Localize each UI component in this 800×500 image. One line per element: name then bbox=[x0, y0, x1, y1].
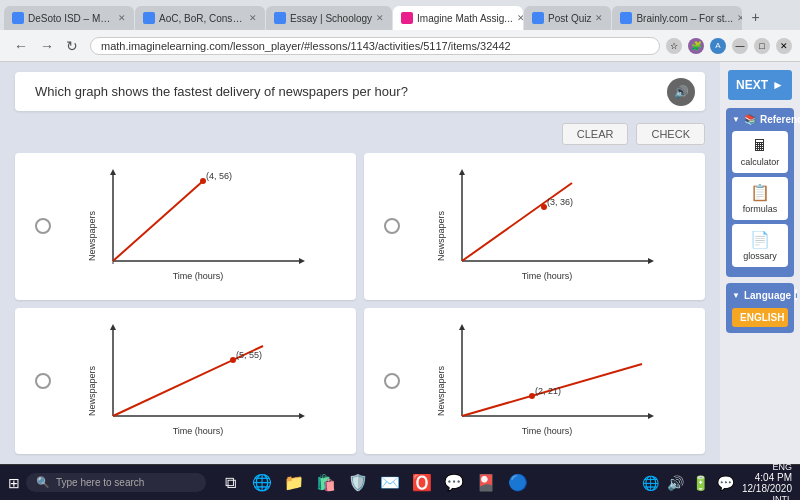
extension-icon[interactable]: 🧩 bbox=[688, 38, 704, 54]
search-placeholder-text: Type here to search bbox=[56, 477, 144, 488]
close-button[interactable]: ✕ bbox=[776, 38, 792, 54]
tab-favicon bbox=[12, 12, 24, 24]
profile-icon[interactable]: A bbox=[710, 38, 726, 54]
network-icon[interactable]: 🌐 bbox=[642, 475, 659, 491]
radio-c[interactable] bbox=[35, 373, 51, 389]
glossary-button[interactable]: 📄 glossary bbox=[732, 224, 788, 267]
tab-close[interactable]: ✕ bbox=[376, 13, 384, 23]
x-axis-label-b: Time (hours) bbox=[521, 271, 572, 281]
graph-grid: Newspapers (4, 56) Time (hours) bbox=[15, 153, 705, 454]
tab-imagine[interactable]: Imagine Math Assig... ✕ bbox=[393, 6, 523, 30]
start-button[interactable]: ⊞ bbox=[8, 475, 20, 491]
radio-b[interactable] bbox=[384, 218, 400, 234]
graph-svg-a: Newspapers (4, 56) Time (hours) bbox=[83, 161, 323, 291]
new-tab-button[interactable]: + bbox=[743, 5, 767, 29]
radio-a[interactable] bbox=[35, 218, 51, 234]
graph-option-b[interactable]: Newspapers (3, 36) Time (hours) bbox=[364, 153, 705, 300]
mail-icon[interactable]: ✉️ bbox=[376, 469, 404, 497]
reload-button[interactable]: ↻ bbox=[60, 36, 84, 56]
question-box: Which graph shows the fastest delivery o… bbox=[15, 72, 705, 111]
graph-svg-b: Newspapers (3, 36) Time (hours) bbox=[432, 161, 672, 291]
tab-aoc[interactable]: AoC, BoR, Constitutio... ✕ bbox=[135, 6, 265, 30]
tab-label: Essay | Schoology bbox=[290, 13, 372, 24]
date-display: 12/18/2020 bbox=[742, 483, 792, 494]
graph-option-a[interactable]: Newspapers (4, 56) Time (hours) bbox=[15, 153, 356, 300]
tab-postquiz[interactable]: Post Quiz ✕ bbox=[524, 6, 611, 30]
graph-option-c[interactable]: Newspapers (5, 55) Time (hours) bbox=[15, 308, 356, 455]
tab-close[interactable]: ✕ bbox=[737, 13, 742, 23]
address-bar[interactable]: math.imaginelearning.com/lesson_player/#… bbox=[90, 37, 660, 55]
bookmark-icon[interactable]: ☆ bbox=[666, 38, 682, 54]
graph-svg-d: Newspapers (2, 21) Time (hours) bbox=[432, 316, 672, 446]
y-axis-label-b: Newspapers bbox=[436, 211, 446, 262]
notification-icon[interactable]: 💬 bbox=[717, 475, 734, 491]
svg-marker-2 bbox=[110, 169, 116, 175]
radio-d[interactable] bbox=[384, 373, 400, 389]
security-icon[interactable]: 🛡️ bbox=[344, 469, 372, 497]
tab-close[interactable]: ✕ bbox=[249, 13, 257, 23]
office-icon[interactable]: 🅾️ bbox=[408, 469, 436, 497]
tab-desoto[interactable]: DeSoto ISD – My As... ✕ bbox=[4, 6, 134, 30]
tab-favicon bbox=[620, 12, 632, 24]
reference-header: ▼ 📚 Reference bbox=[732, 114, 788, 125]
store-icon[interactable]: 🛍️ bbox=[312, 469, 340, 497]
language-label: Language bbox=[744, 290, 791, 301]
edge-icon[interactable]: 🌐 bbox=[248, 469, 276, 497]
speaker-icon: 🔊 bbox=[674, 85, 689, 99]
triangle-icon: ▼ bbox=[732, 115, 740, 124]
graph-option-d[interactable]: Newspapers (2, 21) Time (hours) bbox=[364, 308, 705, 455]
maximize-button[interactable]: □ bbox=[754, 38, 770, 54]
calculator-icon: 🖩 bbox=[752, 137, 768, 155]
clear-button[interactable]: CLEAR bbox=[562, 123, 629, 145]
tab-brainly[interactable]: Brainly.com – For st... ✕ bbox=[612, 6, 742, 30]
svg-line-11 bbox=[462, 183, 572, 261]
taskbar-apps: ⧉ 🌐 📁 🛍️ 🛡️ ✉️ 🅾️ 💬 🎴 🔵 bbox=[216, 469, 532, 497]
forward-button[interactable]: → bbox=[34, 36, 60, 56]
graph-svg-c: Newspapers (5, 55) Time (hours) bbox=[83, 316, 323, 446]
search-icon: 🔍 bbox=[36, 476, 50, 489]
clock-block[interactable]: ENG 4:04 PM 12/18/2020 INTL bbox=[742, 462, 792, 501]
svg-marker-15 bbox=[110, 324, 116, 330]
battery-icon[interactable]: 🔋 bbox=[692, 475, 709, 491]
sound-button[interactable]: 🔊 bbox=[667, 78, 695, 106]
tab-label: Post Quiz bbox=[548, 13, 591, 24]
browser-icon-2[interactable]: 🔵 bbox=[504, 469, 532, 497]
x-axis-label-a: Time (hours) bbox=[172, 271, 223, 281]
svg-marker-22 bbox=[648, 413, 654, 419]
formulas-button[interactable]: 📋 formulas bbox=[732, 177, 788, 220]
taskview-button[interactable]: ⧉ bbox=[216, 469, 244, 497]
next-arrow-icon: ► bbox=[772, 78, 784, 92]
y-axis-label-d: Newspapers bbox=[436, 365, 446, 416]
next-button[interactable]: NEXT ► bbox=[728, 70, 792, 100]
tab-close[interactable]: ✕ bbox=[517, 13, 523, 23]
file-explorer-icon[interactable]: 📁 bbox=[280, 469, 308, 497]
volume-icon[interactable]: 🔊 bbox=[667, 475, 684, 491]
tab-label: AoC, BoR, Constitutio... bbox=[159, 13, 245, 24]
tab-close[interactable]: ✕ bbox=[118, 13, 126, 23]
tab-favicon bbox=[401, 12, 413, 24]
reference-title: 📚 bbox=[744, 114, 756, 125]
taskbar-search[interactable]: 🔍 Type here to search bbox=[26, 473, 206, 492]
action-buttons: CLEAR CHECK bbox=[15, 123, 705, 145]
language-panel: ▼ Language i ENGLISH bbox=[726, 283, 794, 333]
point-label-d: (2, 21) bbox=[535, 386, 561, 396]
calculator-button[interactable]: 🖩 calculator bbox=[732, 131, 788, 173]
check-button[interactable]: CHECK bbox=[636, 123, 705, 145]
svg-line-4 bbox=[113, 181, 203, 261]
tab-essay[interactable]: Essay | Schoology ✕ bbox=[266, 6, 392, 30]
point-label-a: (4, 56) bbox=[206, 171, 232, 181]
language-button[interactable]: ENGLISH bbox=[732, 308, 788, 327]
teams-icon[interactable]: 💬 bbox=[440, 469, 468, 497]
back-button[interactable]: ← bbox=[8, 36, 34, 56]
tab-close[interactable]: ✕ bbox=[595, 13, 603, 23]
minimize-button[interactable]: — bbox=[732, 38, 748, 54]
locale-label: ENG bbox=[772, 462, 792, 472]
glossary-icon: 📄 bbox=[750, 230, 770, 249]
svg-marker-10 bbox=[648, 258, 654, 264]
taskbar-right: 🌐 🔊 🔋 💬 ENG 4:04 PM 12/18/2020 INTL bbox=[642, 462, 792, 501]
svg-marker-21 bbox=[459, 324, 465, 330]
solitaire-icon[interactable]: 🎴 bbox=[472, 469, 500, 497]
svg-marker-3 bbox=[299, 258, 305, 264]
formulas-icon: 📋 bbox=[750, 183, 770, 202]
url-text: math.imaginelearning.com/lesson_player/#… bbox=[101, 40, 649, 52]
